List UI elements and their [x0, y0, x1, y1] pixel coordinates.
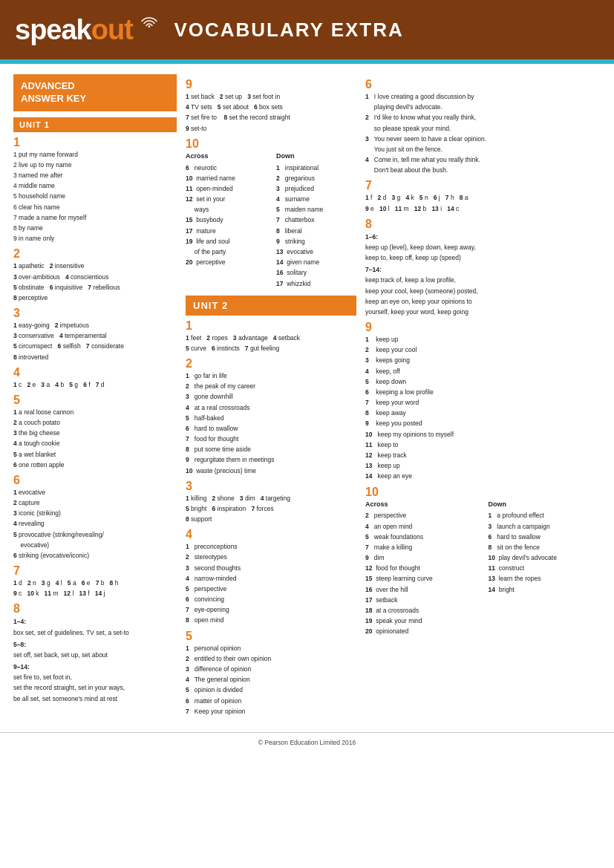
r-u2-section-9-content: 1 keep up 2 keep your cool 3 keeps going… [365, 335, 601, 481]
section-5-content: 1 a real loose cannon 2 a couch potato 3… [13, 408, 177, 470]
r-across-col: Across 2 perspective 4 an open mind 5 we… [365, 500, 478, 638]
down-label: Down [276, 151, 356, 162]
r-down-label: Down [489, 500, 601, 510]
right-column: 6 1 I love creating a good discussion by… [365, 74, 601, 717]
left-column: ADVANCEDANSWER KEY UNIT 1 1 1 put my nam… [13, 74, 177, 717]
section-7-content: 1 d 2 n 3 g 4 l 5 a 6 e 7 b 8 h 9 c 10 k… [13, 578, 177, 598]
section-8-num: 8 [13, 603, 177, 615]
r-u2-section-10-content: Across 2 perspective 4 an open mind 5 we… [365, 500, 601, 638]
wifi-icon [141, 17, 157, 31]
unit1-header: UNIT 1 [13, 117, 177, 132]
unit2-header-mid: UNIT 2 [186, 296, 356, 316]
u2-section-1-num: 1 [186, 320, 356, 332]
r-section-7-num: 7 [365, 180, 601, 192]
section-8-content: 1–4: box set, set of guidelines, TV set,… [13, 617, 177, 703]
main-content: ADVANCEDANSWER KEY UNIT 1 1 1 put my nam… [0, 64, 614, 725]
u2-section-3-num: 3 [186, 480, 356, 492]
u2-section-3-content: 1 killing 2 shone 3 dim 4 targeting 5 br… [186, 494, 356, 525]
logo-area: speakout VOCABULARY EXTRA [15, 14, 404, 46]
u2-section-4-content: 1 preconceptions 2 stereotypes 3 second … [186, 542, 356, 625]
section-7-num: 7 [13, 565, 177, 577]
r-u2-section-10-num: 10 [365, 486, 601, 498]
section-3-content: 1 easy-going 2 impetuous 3 conservative … [13, 321, 177, 362]
section-6-num: 6 [13, 474, 177, 486]
section-1-content: 1 put my name forward 2 live up to my na… [13, 150, 177, 244]
footer: © Pearson Education Limited 2016 [0, 732, 614, 751]
r-section-6-num: 6 [365, 79, 601, 91]
mid-section-10-content: Across 6 neurotic 10 married name 11 ope… [186, 151, 356, 290]
mid-column: 9 1 set back 2 set up 3 set foot in 4 TV… [186, 74, 356, 717]
r-section-7-content: 1 f 2 d 3 g 4 k 5 n 6 j 7 h 8 a 9 e 10 l… [365, 193, 601, 213]
section-2-content: 1 apathetic 2 insensitive 3 over-ambitio… [13, 261, 177, 303]
section-6-content: 1 evocative 2 capture 3 iconic (striking… [13, 488, 177, 561]
section-4-content: 1 c 2 e 3 a 4 b 5 g 6 f 7 d [13, 380, 177, 390]
mid-section-9-content: 1 set back 2 set up 3 set foot in 4 TV s… [186, 92, 356, 134]
r-section-8-num: 8 [365, 218, 601, 230]
r-across-label: Across [365, 500, 478, 510]
across-label: Across [186, 151, 266, 162]
section-3-num: 3 [13, 307, 177, 319]
u2-section-5-num: 5 [186, 630, 356, 642]
section-5-num: 5 [13, 394, 177, 406]
u2-section-5-content: 1 personal opinion 2 entitled to their o… [186, 644, 356, 717]
down-col: Down 1 inspirational 2 gregarious 3 prej… [276, 151, 356, 290]
u2-section-4-num: 4 [186, 529, 356, 541]
u2-section-2-content: 1 go far in life 2 the peak of my career… [186, 371, 356, 476]
r-u2-section-9-num: 9 [365, 322, 601, 333]
section-4-num: 4 [13, 367, 177, 379]
footer-text: © Pearson Education Limited 2016 [258, 739, 356, 746]
section-2-num: 2 [13, 248, 177, 260]
logo-speak: speakout [15, 14, 157, 46]
answer-key-box: ADVANCEDANSWER KEY [13, 74, 177, 111]
answer-key-title: ADVANCEDANSWER KEY [21, 80, 169, 105]
page-header: speakout VOCABULARY EXTRA [0, 0, 614, 59]
across-col: Across 6 neurotic 10 married name 11 ope… [186, 151, 266, 290]
r-section-8-content: 1–6: keep up (level), keep down, keep aw… [365, 232, 601, 317]
mid-section-10-num: 10 [186, 138, 356, 150]
r-section-6-content: 1 I love creating a good discussion by p… [365, 92, 601, 175]
section-1-num: 1 [13, 137, 177, 149]
u2-section-2-num: 2 [186, 358, 356, 370]
u2-section-1-content: 1 feet 2 ropes 3 advantage 4 setback 5 c… [186, 333, 356, 353]
r-down-col: Down 1 a profound effect 3 launch a camp… [489, 500, 601, 638]
mid-section-9-num: 9 [186, 79, 356, 91]
vocab-title: VOCABULARY EXTRA [174, 19, 403, 42]
